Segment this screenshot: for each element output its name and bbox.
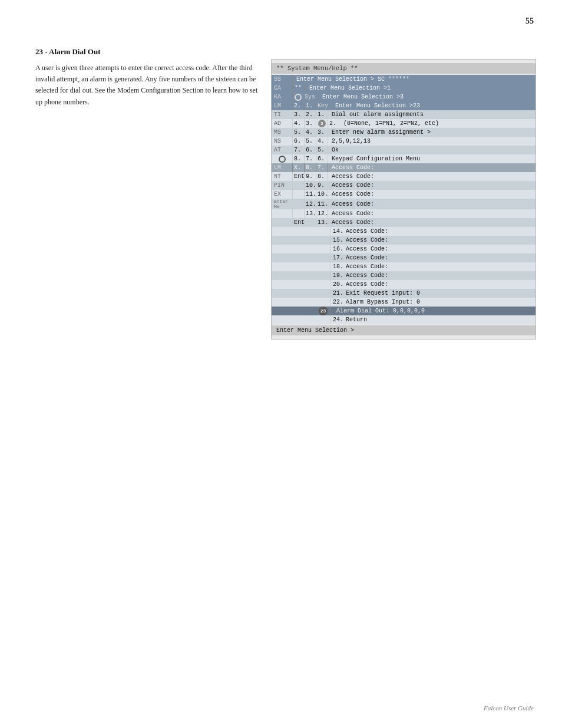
ac13-blank-abbr bbox=[272, 218, 293, 227]
term-row-ad: AD 4. 3. 3 2. (0=None, 1=PN1, 2=PN2, etc… bbox=[272, 119, 535, 128]
exit-indent bbox=[272, 289, 330, 298]
abbr-at: AT bbox=[272, 146, 293, 154]
text-ca: Enter Menu Selection >1 bbox=[306, 84, 535, 93]
term-row-ss: SS Enter Menu Selection > SC ****** bbox=[272, 75, 535, 84]
at-num2: 6. bbox=[305, 146, 316, 154]
ac18-num: 18. bbox=[330, 262, 342, 271]
ac7-num2: 8. bbox=[305, 163, 316, 172]
ac13-ent: Ent bbox=[293, 218, 305, 227]
abbr-ca: CA bbox=[272, 84, 293, 93]
at-num1: 7. bbox=[293, 146, 305, 154]
abbr-nt: NT bbox=[272, 172, 293, 181]
term-row-access14: 14. Access Code: bbox=[272, 227, 535, 236]
term-row-access7: LM X. 8. 7. Access Code: bbox=[272, 163, 535, 172]
text-access20: Access Code: bbox=[342, 280, 535, 289]
abbr-pin: PIN bbox=[272, 181, 293, 190]
ac8-num3: 8. bbox=[316, 172, 328, 181]
term-row-alarm-dial: 23 Alarm Dial Out: 0,0,0,0,0 bbox=[272, 307, 535, 315]
ac15-indent bbox=[272, 236, 330, 245]
text-ms: Enter new alarm assignment > bbox=[328, 128, 535, 137]
terminal-footer: Enter Menu Selection > bbox=[272, 325, 535, 335]
text-ad: (0=None, 1=PN1, 2=PN2, etc) bbox=[340, 119, 535, 128]
ac20-indent bbox=[272, 280, 330, 289]
bypass-indent bbox=[272, 298, 330, 307]
abbr-circle bbox=[272, 154, 293, 163]
term-row-lm: LM 2. 1. Key Enter Menu Selection >23 bbox=[272, 101, 535, 110]
lm-num2: 1. bbox=[305, 101, 316, 110]
term-row-return: 24. Return bbox=[272, 315, 535, 324]
ac17-num: 17. bbox=[330, 253, 342, 262]
ka-circle bbox=[293, 93, 303, 101]
term-row-access17: 17. Access Code: bbox=[272, 253, 535, 262]
term-row-access11: Enter Me 12. 11. Access Code: bbox=[272, 199, 535, 209]
text-ss: Enter Menu Selection > SC ****** bbox=[293, 75, 535, 84]
ac12-blank bbox=[293, 209, 305, 218]
abbr-ka: KA bbox=[272, 93, 293, 101]
section-title: 23 - Alarm Dial Out bbox=[35, 47, 259, 57]
ms-num2: 4. bbox=[305, 128, 316, 137]
ac13-num3: 13. bbox=[316, 218, 328, 227]
text-return: Return bbox=[342, 315, 535, 324]
ka-sys: Sys bbox=[303, 93, 319, 101]
ac9-num2: 10. bbox=[305, 181, 316, 190]
text-access19: Access Code: bbox=[342, 271, 535, 280]
ac12-blank-abbr bbox=[272, 209, 293, 218]
ms-num1: 5. bbox=[293, 128, 305, 137]
term-row-access16: 16. Access Code: bbox=[272, 245, 535, 253]
ac13-blank2 bbox=[305, 218, 316, 227]
kp-num3: 6. bbox=[316, 154, 328, 163]
abbr-ss: SS bbox=[272, 75, 293, 84]
ti-num1: 3. bbox=[293, 110, 305, 119]
abbr-lm: LM bbox=[272, 101, 293, 110]
exit-num: 21. bbox=[330, 289, 342, 298]
text-access8: Access Code: bbox=[328, 172, 535, 181]
ac12-num2: 13. bbox=[305, 209, 316, 218]
term-row-keypad: 8. 7. 6. Keypad Configuration Menu bbox=[272, 154, 535, 163]
term-row-at: AT 7. 6. 5. Ok bbox=[272, 146, 535, 154]
text-ka: Enter Menu Selection >3 bbox=[319, 93, 535, 101]
term-row-access15: 15. Access Code: bbox=[272, 236, 535, 245]
abbr-enterme: Enter Me bbox=[272, 199, 293, 209]
term-row-ms: MS 5. 4. 3. Enter new alarm assignment > bbox=[272, 128, 535, 137]
term-row-access8: NT Ent 9. 8. Access Code: bbox=[272, 172, 535, 181]
text-bypass: Alarm Bypass Input: 0 bbox=[342, 298, 535, 307]
text-exit: Exit Request input: 0 bbox=[342, 289, 535, 298]
ac10-blank bbox=[293, 190, 305, 199]
ti-num2: 2. bbox=[305, 110, 316, 119]
ad-circle3: 3 bbox=[316, 119, 328, 128]
term-row-ti: TI 3. 2. 1. Dial out alarm assignments bbox=[272, 110, 535, 119]
ms-num3: 3. bbox=[316, 128, 328, 137]
ac16-num: 16. bbox=[330, 245, 342, 253]
text-alarm-dial: Alarm Dial Out: 0,0,0,0,0 bbox=[333, 307, 535, 315]
return-indent bbox=[272, 315, 330, 324]
text-ns: 2,5,9,12,13 bbox=[328, 137, 535, 146]
terminal-area: ** System Menu/Help ** SS Enter Menu Sel… bbox=[271, 59, 536, 340]
ac14-num: 14. bbox=[330, 227, 342, 236]
ac11-num2: 12. bbox=[305, 199, 316, 209]
term-row-access18: 18. Access Code: bbox=[272, 262, 535, 271]
ac11-num3: 11. bbox=[316, 199, 328, 209]
abbr-ms: MS bbox=[272, 128, 293, 137]
ac15-num: 15. bbox=[330, 236, 342, 245]
text-keypad: Keypad Configuration Menu bbox=[328, 154, 535, 163]
ad-num2: 3. bbox=[305, 119, 316, 128]
term-row-ka: KA Sys Enter Menu Selection >3 bbox=[272, 93, 535, 101]
abbr-ad: AD bbox=[272, 119, 293, 128]
term-row-ns: NS 6. 5. 4. 2,5,9,12,13 bbox=[272, 137, 535, 146]
lm-num1: 2. bbox=[293, 101, 305, 110]
text-access16: Access Code: bbox=[342, 245, 535, 253]
at-num3: 5. bbox=[316, 146, 328, 154]
ac11-blank bbox=[293, 199, 305, 209]
abbr-lm2: LM bbox=[272, 163, 293, 172]
circle-23: 23 bbox=[319, 307, 328, 315]
ac19-num: 19. bbox=[330, 271, 342, 280]
kp-num1: 8. bbox=[293, 154, 305, 163]
abbr-ex: EX bbox=[272, 190, 293, 199]
text-access14: Access Code: bbox=[342, 227, 535, 236]
return-num: 24. bbox=[330, 315, 342, 324]
text-lm: Enter Menu Selection >23 bbox=[332, 101, 535, 110]
ti-num3: 1. bbox=[316, 110, 328, 119]
text-access15: Access Code: bbox=[342, 236, 535, 245]
alarm-dial-indent: 23 bbox=[272, 307, 330, 315]
lm-key: Key bbox=[316, 101, 332, 110]
